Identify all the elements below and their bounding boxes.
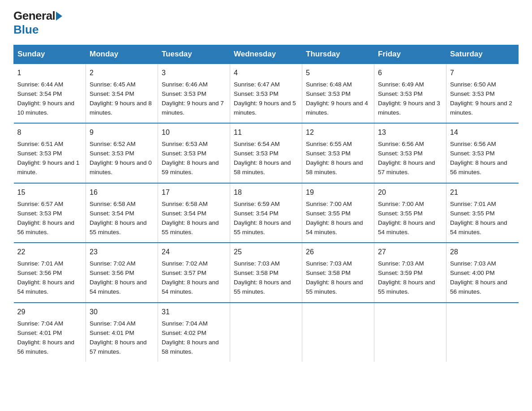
calendar-cell: 23Sunrise: 7:02 AMSunset: 3:56 PMDayligh… [86,243,158,302]
calendar-cell: 14Sunrise: 6:56 AMSunset: 3:53 PMDayligh… [446,123,519,183]
calendar-cell: 16Sunrise: 6:58 AMSunset: 3:54 PMDayligh… [86,183,158,243]
col-header-saturday: Saturday [446,45,519,64]
col-header-monday: Monday [86,45,158,64]
calendar-cell: 27Sunrise: 7:03 AMSunset: 3:59 PMDayligh… [374,243,446,302]
calendar-cell: 19Sunrise: 7:00 AMSunset: 3:55 PMDayligh… [302,183,374,243]
calendar-cell: 22Sunrise: 7:01 AMSunset: 3:56 PMDayligh… [14,243,86,302]
calendar-cell: 17Sunrise: 6:58 AMSunset: 3:54 PMDayligh… [158,183,230,243]
calendar-cell: 2Sunrise: 6:45 AMSunset: 3:54 PMDaylight… [86,64,158,123]
day-number: 10 [162,127,226,138]
calendar-cell [446,303,519,362]
calendar-cell: 1Sunrise: 6:44 AMSunset: 3:54 PMDaylight… [14,64,86,123]
calendar-cell: 4Sunrise: 6:47 AMSunset: 3:53 PMDaylight… [230,64,302,123]
day-number: 8 [17,127,82,138]
calendar-cell [230,303,302,362]
day-number: 27 [378,247,442,258]
day-number: 19 [306,187,370,198]
calendar-cell: 3Sunrise: 6:46 AMSunset: 3:53 PMDaylight… [158,64,230,123]
calendar-cell: 31Sunrise: 7:04 AMSunset: 4:02 PMDayligh… [158,303,230,362]
day-number: 28 [450,247,515,258]
calendar-cell: 21Sunrise: 7:01 AMSunset: 3:55 PMDayligh… [446,183,519,243]
col-header-friday: Friday [374,45,446,64]
day-number: 2 [90,68,154,79]
calendar-week-row: 8Sunrise: 6:51 AMSunset: 3:53 PMDaylight… [14,123,519,183]
calendar-cell: 28Sunrise: 7:03 AMSunset: 4:00 PMDayligh… [446,243,519,302]
page-header: General Blue [13,9,519,37]
day-number: 22 [17,247,82,258]
day-number: 31 [162,307,226,318]
day-number: 16 [90,187,154,198]
calendar-cell: 24Sunrise: 7:02 AMSunset: 3:57 PMDayligh… [158,243,230,302]
calendar-cell: 10Sunrise: 6:53 AMSunset: 3:53 PMDayligh… [158,123,230,183]
day-number: 25 [234,247,298,258]
logo-triangle-icon [56,12,62,21]
calendar-cell: 13Sunrise: 6:56 AMSunset: 3:53 PMDayligh… [374,123,446,183]
day-number: 6 [378,68,442,79]
calendar-cell: 29Sunrise: 7:04 AMSunset: 4:01 PMDayligh… [14,303,86,362]
day-number: 11 [234,127,298,138]
calendar-header-row: SundayMondayTuesdayWednesdayThursdayFrid… [14,45,519,64]
day-number: 26 [306,247,370,258]
calendar-cell: 8Sunrise: 6:51 AMSunset: 3:53 PMDaylight… [14,123,86,183]
logo-blue-text: Blue [13,23,39,36]
col-header-wednesday: Wednesday [230,45,302,64]
logo-general-text: General [13,9,55,23]
col-header-thursday: Thursday [302,45,374,64]
day-number: 23 [90,247,154,258]
day-number: 20 [378,187,442,198]
calendar-week-row: 15Sunrise: 6:57 AMSunset: 3:53 PMDayligh… [14,183,519,243]
day-number: 5 [306,68,370,79]
calendar-cell [374,303,446,362]
calendar-cell: 11Sunrise: 6:54 AMSunset: 3:53 PMDayligh… [230,123,302,183]
calendar-cell [302,303,374,362]
day-number: 17 [162,187,226,198]
day-number: 7 [450,68,515,79]
day-number: 14 [450,127,515,138]
calendar-table: SundayMondayTuesdayWednesdayThursdayFrid… [13,45,519,362]
calendar-cell: 18Sunrise: 6:59 AMSunset: 3:54 PMDayligh… [230,183,302,243]
day-number: 13 [378,127,442,138]
col-header-tuesday: Tuesday [158,45,230,64]
calendar-cell: 20Sunrise: 7:00 AMSunset: 3:55 PMDayligh… [374,183,446,243]
calendar-week-row: 29Sunrise: 7:04 AMSunset: 4:01 PMDayligh… [14,303,519,362]
calendar-cell: 25Sunrise: 7:03 AMSunset: 3:58 PMDayligh… [230,243,302,302]
calendar-cell: 26Sunrise: 7:03 AMSunset: 3:58 PMDayligh… [302,243,374,302]
logo: General Blue [13,9,63,37]
calendar-week-row: 1Sunrise: 6:44 AMSunset: 3:54 PMDaylight… [14,64,519,123]
calendar-cell: 5Sunrise: 6:48 AMSunset: 3:53 PMDaylight… [302,64,374,123]
calendar-cell: 12Sunrise: 6:55 AMSunset: 3:53 PMDayligh… [302,123,374,183]
day-number: 9 [90,127,154,138]
day-number: 21 [450,187,515,198]
day-number: 18 [234,187,298,198]
calendar-cell: 9Sunrise: 6:52 AMSunset: 3:53 PMDaylight… [86,123,158,183]
calendar-cell: 6Sunrise: 6:49 AMSunset: 3:53 PMDaylight… [374,64,446,123]
day-number: 3 [162,68,226,79]
calendar-cell: 7Sunrise: 6:50 AMSunset: 3:53 PMDaylight… [446,64,519,123]
day-number: 29 [17,307,82,318]
day-number: 1 [17,68,82,79]
day-number: 30 [90,307,154,318]
calendar-cell: 30Sunrise: 7:04 AMSunset: 4:01 PMDayligh… [86,303,158,362]
calendar-cell: 15Sunrise: 6:57 AMSunset: 3:53 PMDayligh… [14,183,86,243]
day-number: 15 [17,187,82,198]
col-header-sunday: Sunday [14,45,86,64]
calendar-week-row: 22Sunrise: 7:01 AMSunset: 3:56 PMDayligh… [14,243,519,302]
day-number: 24 [162,247,226,258]
day-number: 4 [234,68,298,79]
day-number: 12 [306,127,370,138]
